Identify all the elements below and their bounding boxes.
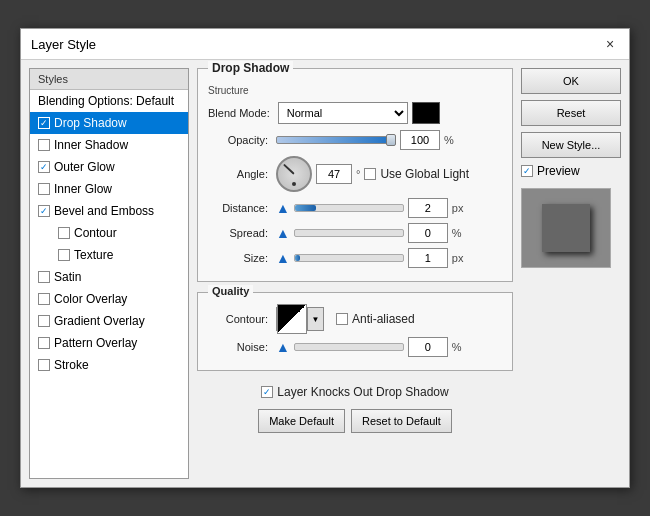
inner-glow-checkbox[interactable] <box>38 183 50 195</box>
drop-shadow-checkbox[interactable] <box>38 117 50 129</box>
distance-row: Distance: ▲ px <box>208 198 502 218</box>
size-label: Size: <box>208 252 268 264</box>
outer-glow-checkbox[interactable] <box>38 161 50 173</box>
preview-checkbox[interactable] <box>521 165 533 177</box>
contour-preview[interactable] <box>277 304 307 334</box>
sidebar-item-stroke[interactable]: Stroke <box>30 354 188 376</box>
sidebar-item-contour[interactable]: Contour <box>30 222 188 244</box>
angle-input[interactable] <box>316 164 352 184</box>
sidebar-item-label: Pattern Overlay <box>54 336 137 350</box>
pattern-overlay-checkbox[interactable] <box>38 337 50 349</box>
spread-input[interactable] <box>408 223 448 243</box>
inner-shadow-checkbox[interactable] <box>38 139 50 151</box>
size-icon: ▲ <box>276 250 290 266</box>
preview-area <box>521 188 611 268</box>
opacity-thumb[interactable] <box>386 134 396 146</box>
sidebar-item-blending-options[interactable]: Blending Options: Default <box>30 90 188 112</box>
opacity-label: Opacity: <box>208 134 268 146</box>
sidebar-item-label: Texture <box>74 248 113 262</box>
spread-icon: ▲ <box>276 225 290 241</box>
noise-unit: % <box>452 341 462 353</box>
noise-label: Noise: <box>208 341 268 353</box>
layer-knocks-label[interactable]: Layer Knocks Out Drop Shadow <box>261 385 448 399</box>
distance-icon: ▲ <box>276 200 290 216</box>
structure-subtitle: Structure <box>208 85 502 96</box>
sidebar-item-gradient-overlay[interactable]: Gradient Overlay <box>30 310 188 332</box>
contour-checkbox[interactable] <box>58 227 70 239</box>
spread-label: Spread: <box>208 227 268 239</box>
quality-title: Quality <box>208 285 253 297</box>
angle-row: Angle: ° Use Global Light <box>208 156 502 192</box>
main-content: Drop Shadow Structure Blend Mode: Normal… <box>197 68 513 479</box>
sidebar-item-texture[interactable]: Texture <box>30 244 188 266</box>
quality-section: Quality Contour: ▼ Anti-aliased Noise: <box>197 292 513 371</box>
preview-label: Preview <box>537 164 580 178</box>
size-slider-fill <box>295 255 300 261</box>
sidebar-item-color-overlay[interactable]: Color Overlay <box>30 288 188 310</box>
reset-button[interactable]: Reset <box>521 100 621 126</box>
distance-slider-fill <box>295 205 317 211</box>
ok-button[interactable]: OK <box>521 68 621 94</box>
contour-label: Contour: <box>208 313 268 325</box>
sidebar-item-label: Inner Shadow <box>54 138 128 152</box>
opacity-row: Opacity: % <box>208 130 502 150</box>
new-style-button[interactable]: New Style... <box>521 132 621 158</box>
contour-row: Contour: ▼ Anti-aliased <box>208 307 502 331</box>
sidebar-item-label: Gradient Overlay <box>54 314 145 328</box>
anti-alias-checkbox[interactable] <box>336 313 348 325</box>
sidebar-item-label: Outer Glow <box>54 160 115 174</box>
contour-select-wrap[interactable]: ▼ <box>276 307 324 331</box>
distance-input[interactable] <box>408 198 448 218</box>
noise-input[interactable] <box>408 337 448 357</box>
dialog-title: Layer Style <box>31 37 96 52</box>
angle-dial[interactable] <box>276 156 312 192</box>
size-input[interactable] <box>408 248 448 268</box>
sidebar-item-inner-glow[interactable]: Inner Glow <box>30 178 188 200</box>
sidebar-item-pattern-overlay[interactable]: Pattern Overlay <box>30 332 188 354</box>
reset-to-default-button[interactable]: Reset to Default <box>351 409 452 433</box>
sidebar-item-outer-glow[interactable]: Outer Glow <box>30 156 188 178</box>
preview-square <box>542 204 590 252</box>
opacity-slider[interactable] <box>276 136 396 144</box>
bottom-buttons: Make Default Reset to Default <box>197 409 513 433</box>
blend-mode-select[interactable]: Normal Multiply Screen <box>278 102 408 124</box>
structure-title: Drop Shadow <box>208 61 293 75</box>
distance-label: Distance: <box>208 202 268 214</box>
right-panel: OK Reset New Style... Preview <box>521 68 621 479</box>
distance-slider[interactable] <box>294 204 404 212</box>
layer-knocks-row: Layer Knocks Out Drop Shadow <box>197 385 513 399</box>
spread-slider[interactable] <box>294 229 404 237</box>
angle-dot <box>292 182 296 186</box>
make-default-button[interactable]: Make Default <box>258 409 345 433</box>
sidebar-item-inner-shadow[interactable]: Inner Shadow <box>30 134 188 156</box>
title-bar: Layer Style × <box>21 29 629 60</box>
sidebar-item-satin[interactable]: Satin <box>30 266 188 288</box>
global-light-label[interactable]: Use Global Light <box>364 167 469 181</box>
bevel-emboss-checkbox[interactable] <box>38 205 50 217</box>
angle-unit: ° <box>356 168 360 180</box>
size-slider[interactable] <box>294 254 404 262</box>
close-button[interactable]: × <box>601 35 619 53</box>
spread-unit: % <box>452 227 462 239</box>
size-unit: px <box>452 252 464 264</box>
color-swatch[interactable] <box>412 102 440 124</box>
noise-slider[interactable] <box>294 343 404 351</box>
stroke-checkbox[interactable] <box>38 359 50 371</box>
sidebar-item-label: Inner Glow <box>54 182 112 196</box>
blend-mode-label: Blend Mode: <box>208 107 270 119</box>
noise-icon: ▲ <box>276 339 290 355</box>
sidebar-item-drop-shadow[interactable]: Drop Shadow <box>30 112 188 134</box>
global-light-checkbox[interactable] <box>364 168 376 180</box>
gradient-overlay-checkbox[interactable] <box>38 315 50 327</box>
opacity-unit: % <box>444 134 454 146</box>
angle-label: Angle: <box>208 168 268 180</box>
sidebar-item-bevel-emboss[interactable]: Bevel and Emboss <box>30 200 188 222</box>
sidebar-item-label: Bevel and Emboss <box>54 204 154 218</box>
satin-checkbox[interactable] <box>38 271 50 283</box>
layer-knocks-checkbox[interactable] <box>261 386 273 398</box>
contour-dropdown-btn[interactable]: ▼ <box>307 308 323 330</box>
opacity-input[interactable] <box>400 130 440 150</box>
anti-alias-label[interactable]: Anti-aliased <box>336 312 415 326</box>
color-overlay-checkbox[interactable] <box>38 293 50 305</box>
texture-checkbox[interactable] <box>58 249 70 261</box>
